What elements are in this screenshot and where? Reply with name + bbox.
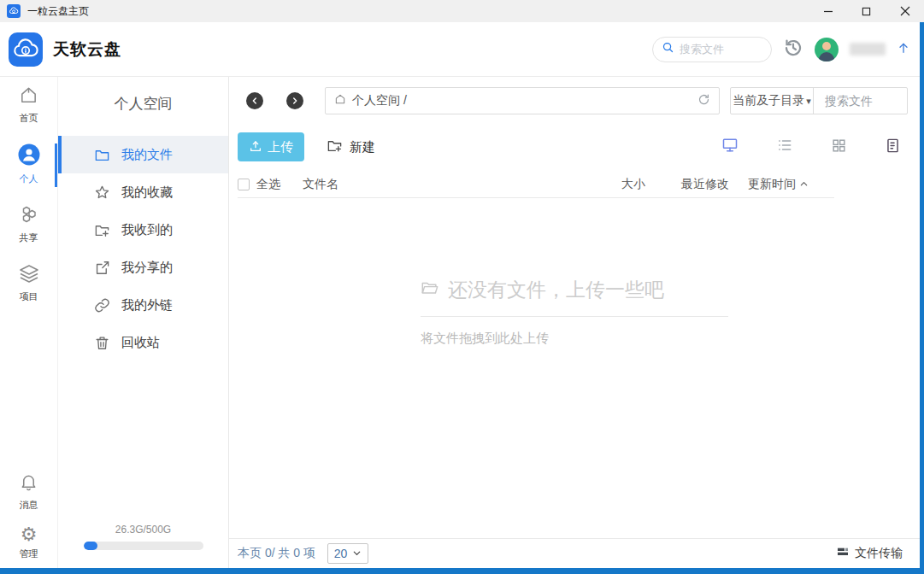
rail-item-project[interactable]: 项目: [0, 263, 57, 303]
scope-search-group: 当前及子目录▾: [730, 87, 908, 114]
upload-button[interactable]: 上传: [238, 132, 304, 161]
empty-title: 还没有文件，上传一些吧: [448, 277, 664, 303]
username-redacted: [850, 43, 886, 56]
page-size-select[interactable]: 20: [327, 543, 368, 564]
caret-down-icon: ▾: [806, 96, 811, 107]
file-list-header: 全选 文件名 大小 最近修改 更新时间: [238, 171, 834, 198]
rail-item-home[interactable]: 首页: [0, 85, 57, 125]
user-avatar[interactable]: [815, 38, 839, 62]
column-filename: 文件名: [303, 177, 338, 192]
titlebar: 一粒云盘主页: [0, 0, 924, 22]
link-icon: [94, 297, 110, 313]
page-summary: 本页 0/ 共 0 项: [238, 546, 315, 561]
transfer-icon: [836, 545, 850, 561]
window-title: 一粒云盘主页: [27, 4, 89, 19]
gear-icon: ⚙: [21, 525, 38, 544]
bell-icon: [19, 472, 38, 495]
upload-icon: [249, 139, 262, 155]
app-name: 天软云盘: [53, 38, 121, 61]
storage-progress-fill: [84, 542, 97, 550]
new-folder-icon: [327, 138, 343, 156]
layers-icon: [19, 263, 39, 287]
storage-progress-bar: [84, 542, 203, 550]
sidebar-title: 个人空间: [58, 94, 228, 114]
rail-item-share[interactable]: 共享: [0, 204, 57, 244]
rail-item-personal[interactable]: 个人: [0, 144, 57, 185]
user-icon: [18, 144, 40, 169]
share-group-icon: [19, 204, 39, 228]
main-content: 个人空间 / 当前及子目录▾: [229, 77, 924, 574]
sidebar-item-received[interactable]: 我收到的: [58, 211, 228, 249]
sidebar-item-recycle-bin[interactable]: 回收站: [58, 324, 228, 361]
select-chevron-icon: [352, 547, 362, 560]
empty-hint: 将文件拖拽到此处上传: [421, 331, 728, 347]
new-button[interactable]: 新建: [327, 138, 375, 156]
sidebar-personal-space: 个人空间 我的文件 我的收藏 我收到的: [58, 77, 229, 574]
rail-item-messages[interactable]: 消息: [0, 472, 57, 512]
app-header: 天软云盘: [0, 22, 924, 77]
folder-icon: [94, 147, 110, 163]
sort-caret-up-icon: [799, 178, 809, 191]
app-logo-icon: [9, 32, 43, 67]
sidebar-item-external-links[interactable]: 我的外链: [58, 286, 228, 324]
upload-arrow-icon[interactable]: [897, 40, 910, 59]
list-view-icon[interactable]: [776, 137, 793, 157]
back-button[interactable]: [246, 92, 263, 109]
close-button[interactable]: [886, 0, 924, 22]
nav-rail: 首页 个人 共享 项目: [0, 77, 58, 574]
sidebar-item-my-shares[interactable]: 我分享的: [58, 249, 228, 286]
search-icon: [662, 41, 674, 57]
storage-usage-label: 26.3G/500G: [58, 524, 228, 536]
app-window: 一粒云盘主页 天软云盘: [0, 0, 924, 574]
grid-view-icon[interactable]: [831, 138, 847, 157]
history-icon[interactable]: [783, 38, 803, 62]
empty-state: 还没有文件，上传一些吧 将文件拖拽到此处上传: [421, 277, 728, 347]
sidebar-item-favorites[interactable]: 我的收藏: [58, 173, 228, 211]
app-cloud-icon: [7, 4, 21, 18]
monitor-view-icon[interactable]: [721, 137, 739, 157]
sidebar-item-my-files[interactable]: 我的文件: [58, 136, 228, 173]
share-out-icon: [94, 260, 110, 276]
global-search-box[interactable]: [652, 37, 772, 62]
refresh-icon[interactable]: [697, 93, 710, 109]
global-search-input[interactable]: [680, 43, 758, 56]
storage-quota: 26.3G/500G: [58, 524, 228, 550]
file-transfer-button[interactable]: 文件传输: [836, 545, 903, 561]
folder-plus-icon: [94, 222, 110, 238]
empty-folder-icon: [421, 278, 439, 302]
scope-search-box[interactable]: [814, 88, 907, 114]
window-edge-bottom: [0, 568, 924, 574]
home-icon: [19, 85, 38, 108]
maximize-button[interactable]: [847, 0, 886, 22]
column-updated-sort[interactable]: 更新时间: [748, 177, 809, 192]
window-edge-right: [920, 22, 924, 574]
scope-dropdown[interactable]: 当前及子目录▾: [731, 88, 814, 114]
detail-view-icon[interactable]: [885, 138, 901, 157]
rail-item-admin[interactable]: ⚙ 管理: [0, 525, 57, 560]
navigation-row: 个人空间 / 当前及子目录▾: [229, 77, 920, 125]
star-icon: [94, 184, 110, 201]
minimize-button[interactable]: [809, 0, 847, 22]
breadcrumb-path: 个人空间 /: [352, 93, 407, 108]
select-all-checkbox[interactable]: [238, 179, 250, 190]
select-all-label: 全选: [256, 177, 280, 192]
forward-button[interactable]: [286, 92, 303, 109]
column-modified: 最近修改: [681, 177, 729, 192]
home-small-icon: [334, 93, 346, 108]
empty-divider: [421, 316, 728, 317]
file-toolbar: 上传 新建: [229, 125, 920, 169]
column-size: 大小: [621, 177, 645, 192]
breadcrumb[interactable]: 个人空间 /: [325, 87, 720, 114]
trash-icon: [94, 335, 110, 351]
scope-search-input[interactable]: [825, 94, 898, 108]
